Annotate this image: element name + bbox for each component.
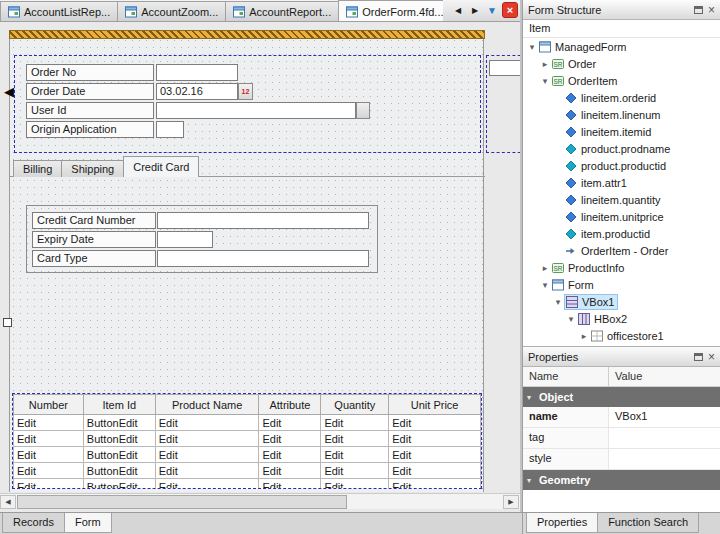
table-cell[interactable]: ButtonEdit <box>83 463 155 479</box>
document-tab-orderform-4fd[interactable]: OrderForm.4fd... <box>338 0 443 21</box>
table-cell[interactable]: Edit <box>259 447 321 463</box>
view-tab-form[interactable]: Form <box>64 513 112 533</box>
table-cell[interactable]: ButtonEdit <box>83 431 155 447</box>
close-panel-icon[interactable]: × <box>708 5 715 15</box>
table-cell[interactable]: Edit <box>389 447 481 463</box>
form-design-canvas[interactable]: ◀ BillingShippingCredit Card NumberItem … <box>0 22 520 512</box>
tree-item-product-prodname[interactable]: product.prodname <box>523 140 720 157</box>
property-value[interactable]: VBox1 <box>609 407 720 427</box>
view-tab-records[interactable]: Records <box>2 513 65 533</box>
table-cell[interactable]: ButtonEdit <box>83 415 155 431</box>
column-header-attribute[interactable]: Attribute <box>259 395 321 415</box>
close-document-button[interactable]: × <box>502 2 518 18</box>
table-cell[interactable]: Edit <box>14 479 84 490</box>
tree-item-lineitem-orderid[interactable]: lineitem.orderid <box>523 89 720 106</box>
column-header-unit-price[interactable]: Unit Price <box>389 395 481 415</box>
field-input-card-type[interactable] <box>157 250 369 267</box>
field-input-order-date[interactable]: 03.02.16 <box>156 83 238 100</box>
field-input-credit-card-number[interactable] <box>157 212 369 229</box>
table-cell[interactable]: Edit <box>259 463 321 479</box>
tree-item-lineitem-quantity[interactable]: lineitem.quantity <box>523 191 720 208</box>
chevron-expanded-icon[interactable]: ▾ <box>565 314 577 324</box>
column-header-quantity[interactable]: Quantity <box>321 395 389 415</box>
field-input-order-no[interactable] <box>156 64 238 81</box>
tree-item-orderitem[interactable]: ▾SROrderItem <box>523 72 720 89</box>
scrollbar-thumb[interactable] <box>17 495 347 509</box>
dock-tab-properties[interactable]: Properties <box>526 513 598 533</box>
property-section-geometry[interactable]: ▾Geometry <box>523 470 720 490</box>
tree-item-productinfo[interactable]: ▸SRProductInfo <box>523 259 720 276</box>
table-cell[interactable]: Edit <box>155 415 259 431</box>
tree-item-lineitem-unitprice[interactable]: lineitem.unitprice <box>523 208 720 225</box>
chevron-expanded-icon[interactable]: ▾ <box>539 280 551 290</box>
tab-billing[interactable]: Billing <box>13 160 62 177</box>
table-cell[interactable]: ButtonEdit <box>83 479 155 490</box>
tree-item-lineitem-linenum[interactable]: lineitem.linenum <box>523 106 720 123</box>
table-cell[interactable]: Edit <box>14 415 84 431</box>
table-cell[interactable]: Edit <box>259 431 321 447</box>
table-cell[interactable]: Edit <box>259 479 321 490</box>
property-section-object[interactable]: ▾Object <box>523 387 720 407</box>
field-input-origin-application[interactable] <box>156 121 184 138</box>
table-cell[interactable]: Edit <box>155 431 259 447</box>
vbox-selection-hatch[interactable] <box>9 30 485 39</box>
calendar-button[interactable]: 12 <box>238 83 253 100</box>
table-cell[interactable]: Edit <box>14 447 84 463</box>
table-cell[interactable]: Edit <box>321 447 389 463</box>
collapse-left-arrow-icon[interactable]: ◀ <box>4 84 14 99</box>
undock-panel-icon[interactable] <box>694 6 703 14</box>
table-cell[interactable]: Edit <box>389 415 481 431</box>
tree-item-item-productid[interactable]: item.productid <box>523 225 720 242</box>
column-header-product-name[interactable]: Product Name <box>155 395 259 415</box>
chevron-collapsed-icon[interactable]: ▸ <box>578 331 590 341</box>
table-cell[interactable]: Edit <box>321 431 389 447</box>
resize-handle[interactable] <box>3 318 12 327</box>
column-header-item-id[interactable]: Item Id <box>83 395 155 415</box>
table-cell[interactable]: Edit <box>321 415 389 431</box>
tree-item-orderitem-order[interactable]: OrderItem - Order <box>523 242 720 259</box>
form-field-input[interactable] <box>489 60 520 76</box>
table-cell[interactable]: Edit <box>389 479 481 490</box>
tree-item-lineitem-itemid[interactable]: lineitem.itemid <box>523 123 720 140</box>
table-cell[interactable]: Edit <box>321 479 389 490</box>
tree-item-vbox1[interactable]: ▾VBox1 <box>523 293 720 310</box>
tab-list-dropdown-icon[interactable]: ▼ <box>485 3 499 18</box>
document-tab-accountzoom[interactable]: AccountZoom... <box>117 1 226 21</box>
field-input-expiry-date[interactable] <box>157 231 213 248</box>
property-value[interactable] <box>609 428 720 448</box>
dock-tab-function-search[interactable]: Function Search <box>597 513 699 533</box>
order-items-table[interactable]: NumberItem IdProduct NameAttributeQuanti… <box>12 393 482 489</box>
table-cell[interactable]: Edit <box>14 463 84 479</box>
close-panel-icon[interactable]: × <box>708 352 715 362</box>
tree-item-form[interactable]: ▾Form <box>523 276 720 293</box>
chevron-expanded-icon[interactable]: ▾ <box>552 297 564 307</box>
document-tab-accountlistrep[interactable]: AccountListRep... <box>0 1 118 21</box>
chevron-expanded-icon[interactable]: ▾ <box>539 76 551 86</box>
field-input-user-id[interactable] <box>156 102 356 119</box>
column-header-number[interactable]: Number <box>14 395 84 415</box>
document-tab-accountreport[interactable]: AccountReport... <box>225 1 339 21</box>
table-cell[interactable]: Edit <box>14 431 84 447</box>
chevron-expanded-icon[interactable]: ▾ <box>526 42 538 52</box>
scrollbar-right-icon[interactable]: ▶ <box>503 495 519 509</box>
table-cell[interactable]: ButtonEdit <box>83 447 155 463</box>
tree-item-hbox2[interactable]: ▾HBox2 <box>523 310 720 327</box>
tab-credit-card[interactable]: Credit Card <box>123 156 199 177</box>
tree-item-order[interactable]: ▸SROrder <box>523 55 720 72</box>
table-cell[interactable]: Edit <box>389 431 481 447</box>
table-cell[interactable]: Edit <box>155 447 259 463</box>
table-cell[interactable]: Edit <box>259 415 321 431</box>
chevron-collapsed-icon[interactable]: ▸ <box>539 59 551 69</box>
undock-panel-icon[interactable] <box>694 353 703 361</box>
tree-item-managedform[interactable]: ▾ManagedForm <box>523 38 720 55</box>
tree-item-officestore1[interactable]: ▸officestore1 <box>523 327 720 344</box>
field-ellipsis-button[interactable] <box>356 102 370 119</box>
property-value[interactable] <box>609 449 720 469</box>
tab-shipping[interactable]: Shipping <box>61 160 124 177</box>
horizontal-scrollbar[interactable]: ◀ ▶ <box>0 493 520 509</box>
table-cell[interactable]: Edit <box>155 479 259 490</box>
scroll-tabs-left-button[interactable]: ◀ <box>451 3 465 18</box>
table-cell[interactable]: Edit <box>389 463 481 479</box>
scrollbar-left-icon[interactable]: ◀ <box>0 495 16 509</box>
table-cell[interactable]: Edit <box>155 463 259 479</box>
